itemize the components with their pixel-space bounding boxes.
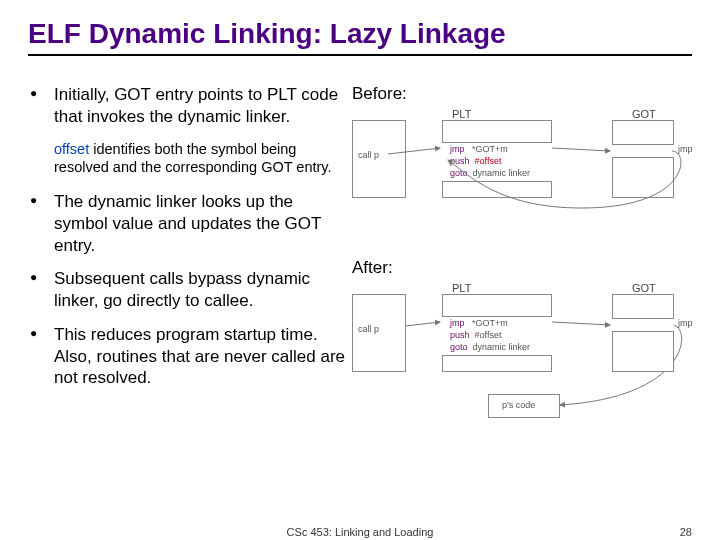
before-diagram: call p PLT jmp *GOT+m push #offset goto … [352, 108, 692, 228]
got-slot-2 [612, 318, 674, 332]
content-row: Initially, GOT entry points to PLT code … [28, 84, 692, 432]
svg-line-1 [552, 148, 610, 151]
call-p-text: call p [358, 150, 379, 160]
got-slot [612, 144, 674, 158]
after-diagram: call p PLT jmp *GOT+m push #offset goto … [352, 282, 692, 432]
bullet-3: Subsequent calls bypass dynamic linker, … [28, 268, 348, 312]
jmp-side-text-2: jmp [678, 318, 693, 328]
slide: ELF Dynamic Linking: Lazy Linkage Initia… [0, 0, 720, 540]
ps-code-text: p's code [502, 400, 535, 410]
push-text-2: push #offset [450, 330, 501, 340]
after-label: After: [352, 258, 692, 278]
left-column: Initially, GOT entry points to PLT code … [28, 84, 348, 432]
sub-bullet-rest: identifies both the symbol being resolve… [54, 141, 332, 176]
got-box [612, 120, 674, 198]
slide-title: ELF Dynamic Linking: Lazy Linkage [28, 18, 692, 56]
jmp-got-text-2: jmp *GOT+m [450, 318, 508, 328]
bullet-list-2: The dynamic linker looks up the symbol v… [28, 191, 348, 389]
plt-label-2: PLT [452, 282, 471, 294]
bullet-list: Initially, GOT entry points to PLT code … [28, 84, 348, 128]
svg-line-3 [552, 322, 610, 325]
jmp-got-text: jmp *GOT+m [450, 144, 508, 154]
call-p-text-2: call p [358, 324, 379, 334]
goto-text-2: goto dynamic linker [450, 342, 530, 352]
sub-bullet: offset identifies both the symbol being … [28, 140, 348, 178]
push-text: push #offset [450, 156, 501, 166]
bullet-1: Initially, GOT entry points to PLT code … [28, 84, 348, 128]
jmp-side-text: jmp [678, 144, 693, 154]
bullet-2: The dynamic linker looks up the symbol v… [28, 191, 348, 256]
offset-keyword: offset [54, 141, 89, 157]
right-column: Before: call p PLT jmp *GOT+m push #offs… [348, 84, 692, 432]
got-box-2 [612, 294, 674, 372]
before-label: Before: [352, 84, 692, 104]
footer-center: CSc 453: Linking and Loading [287, 526, 434, 538]
got-label: GOT [632, 108, 656, 120]
plt-label: PLT [452, 108, 471, 120]
goto-text: goto dynamic linker [450, 168, 530, 178]
got-label-2: GOT [632, 282, 656, 294]
page-number: 28 [680, 526, 692, 538]
bullet-4: This reduces program startup time. Also,… [28, 324, 348, 389]
after-block: After: call p PLT jmp *GOT+m [352, 258, 692, 432]
